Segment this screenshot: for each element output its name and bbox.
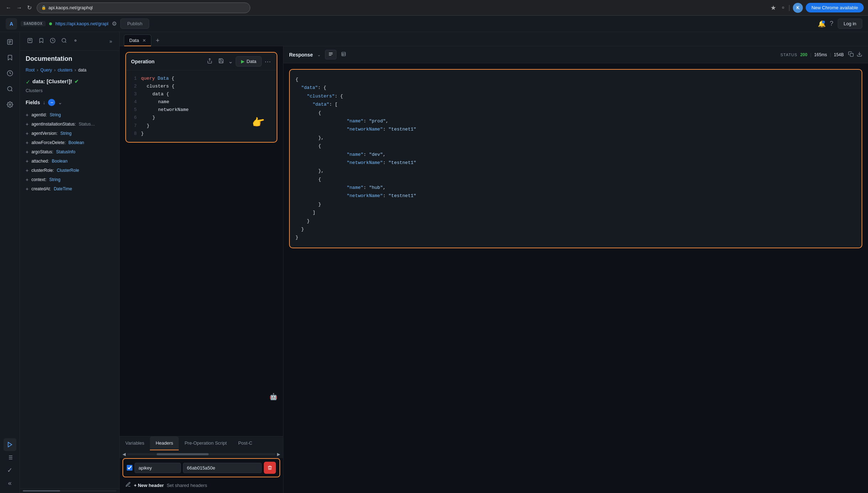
json-line-5: { [318,109,856,117]
publish-button[interactable]: Publish [120,18,149,29]
set-shared-headers-button[interactable]: Set shared headers [167,483,207,488]
field-title-text: data: [Cluster!]! [32,78,72,84]
line-num-5: 5 [131,106,137,114]
sidebar-icon-history[interactable] [4,67,16,80]
url-text: api.kaops.net/graphql [48,5,93,10]
field-add-agentId[interactable]: + [26,112,28,118]
field-add-context[interactable]: + [26,177,28,182]
more-options-button[interactable]: ⋯ [265,58,272,65]
tab-pre-operation[interactable]: Pre-Operation Script [179,436,232,450]
tab-data-label: Data [129,38,139,43]
meta-sep-2: | [830,52,831,57]
back-button[interactable]: ← [4,3,13,12]
operation-chevron[interactable]: ⌄ [228,58,233,65]
expand-button[interactable]: ⌄ [58,100,62,105]
refresh-button[interactable]: ↻ [26,3,33,12]
doc-scroll-bar [23,490,116,492]
tab-data[interactable]: Data ✕ [124,35,151,46]
tab-post[interactable]: Post-C [232,436,258,450]
app-logo[interactable]: A [6,18,17,30]
doc-panel-tools [26,36,80,46]
field-name-argoStatus: argoStatus: [31,149,53,154]
field-type-allowForceDelete: Boolean [68,140,84,145]
field-attached: + attached: Boolean [26,157,114,166]
line-num-2: 2 [131,83,137,90]
json-line-20: } [296,233,856,242]
field-add-attached[interactable]: + [26,158,28,164]
tab-headers[interactable]: Headers [150,436,179,450]
field-add-agentInstallationStatus[interactable]: + [26,121,28,127]
settings-icon[interactable]: ⚙ [112,20,117,27]
sidebar-icon-bookmark[interactable] [4,51,16,64]
chrome-available-button[interactable]: New Chrome available [806,3,864,12]
scroll-left-btn[interactable]: ◀ [122,452,126,457]
json-line-13: { [318,175,856,184]
forward-button[interactable]: → [15,3,23,12]
field-add-agentVersion[interactable]: + [26,131,28,136]
response-size: 154B [834,52,844,57]
collapse-panel-button[interactable]: » [108,37,114,46]
copy-response-button[interactable] [848,51,854,58]
sidebar-icon-search[interactable] [4,83,16,95]
doc-panel-header: » [20,32,119,51]
help-button[interactable]: ? [830,20,833,27]
scroll-right-btn[interactable]: ▶ [277,452,280,457]
avatar[interactable]: K [793,3,803,13]
header-value-input[interactable] [183,463,262,473]
field-add-clusterRole[interactable]: + [26,168,28,173]
view-table-button[interactable] [338,50,349,59]
share-operation-button[interactable] [205,57,214,67]
login-button[interactable]: Log in [838,18,862,29]
code-content-6: } [141,114,155,122]
response-chevron[interactable]: ⌄ [317,52,321,57]
json-line-1: { [296,75,856,84]
tab-data-close[interactable]: ✕ [142,38,146,43]
notification-button[interactable]: 🔔 [818,20,826,28]
json-line-4: "data": [ [313,100,856,108]
field-add-argoStatus[interactable]: + [26,149,28,155]
app-url[interactable]: https://api.kaops.net/grapl [56,21,109,26]
json-line-6: "name": "prod", [318,117,856,125]
star-button[interactable]: ★ [769,2,778,13]
tool-settings-btn[interactable] [71,36,80,46]
tabs-bar: Data ✕ + [120,32,868,46]
add-tab-button[interactable]: + [153,36,162,46]
tool-history-btn[interactable] [48,36,57,46]
bottom-tabs: Variables Headers Pre-Operation Script P… [120,436,283,450]
breadcrumb-query[interactable]: Query [40,68,52,73]
sidebar-icon-document[interactable] [4,36,16,48]
tool-doc-btn[interactable] [26,36,34,46]
save-operation-button[interactable] [217,57,225,67]
sidebar-icon-settings[interactable] [4,98,16,111]
view-json-button[interactable] [325,50,336,59]
address-bar[interactable]: 🔒 api.kaops.net/graphql [37,2,250,13]
new-header-button[interactable]: + New header [134,483,164,488]
field-add-allowForceDelete[interactable]: + [26,140,28,145]
download-response-button[interactable] [857,51,862,58]
json-line-11: "networkName": "testnet1" [318,159,856,167]
field-agentVersion: + agentVersion: String [26,129,114,138]
minus-button[interactable]: − [48,99,55,106]
tab-variables[interactable]: Variables [120,436,150,450]
field-name-agentVersion: agentVersion: [31,131,57,136]
content-area: Data ✕ + Operation [120,32,868,493]
breadcrumb-clusters[interactable]: clusters [58,68,72,73]
sidebar-icon-chevrons-left[interactable]: « [4,477,16,489]
extension-button[interactable]: ▫ [780,2,785,13]
sidebar-icon-check[interactable]: ✓ [4,464,16,477]
meta-sep-1: | [810,52,811,57]
breadcrumb-root[interactable]: Root [26,68,35,73]
code-editor[interactable]: 1 query Data { 2 clusters { 3 data { [126,70,277,142]
delete-header-button[interactable] [264,462,276,474]
tool-bookmark-btn[interactable] [37,36,46,46]
header-checkbox[interactable] [127,465,132,471]
code-line-8: 8 } [131,130,272,138]
tool-search-btn[interactable] [60,36,68,46]
header-key-input[interactable] [135,463,181,473]
field-add-createdAt[interactable]: + [26,186,28,192]
sidebar-icon-list[interactable] [4,451,16,464]
run-label: Data [247,59,256,64]
sidebar-icon-play[interactable] [4,438,16,451]
sort-button[interactable]: ↓ [43,100,45,105]
run-button[interactable]: ▶ Data [236,56,262,67]
